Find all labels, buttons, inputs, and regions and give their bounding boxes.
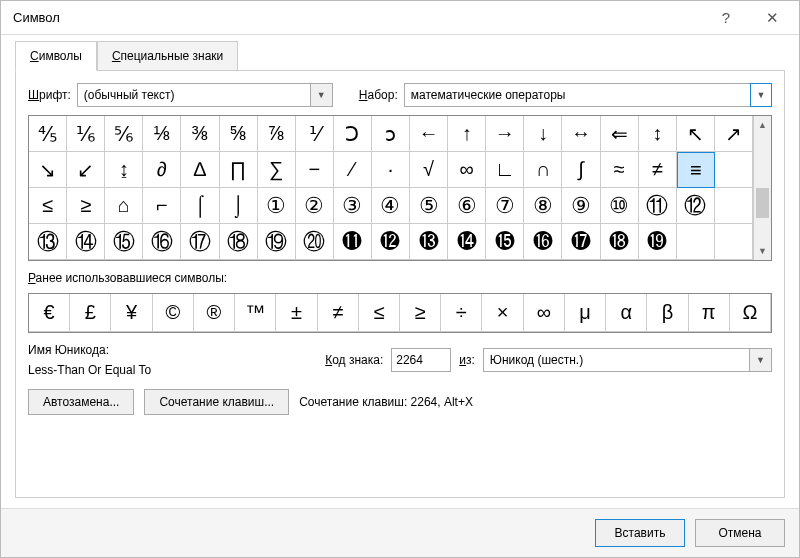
- symbol-cell[interactable]: ≥: [67, 188, 105, 224]
- symbol-cell[interactable]: √: [410, 152, 448, 188]
- symbol-cell[interactable]: ⓮: [448, 224, 486, 260]
- insert-button[interactable]: Вставить: [595, 519, 685, 547]
- symbol-cell[interactable]: ⓲: [601, 224, 639, 260]
- symbol-cell[interactable]: ⓳: [639, 224, 677, 260]
- symbol-cell[interactable]: ≡: [677, 152, 715, 188]
- symbol-cell[interactable]: ↄ: [372, 116, 410, 152]
- symbol-cell[interactable]: ⑦: [486, 188, 524, 224]
- character-code-input[interactable]: [391, 348, 451, 372]
- symbol-cell[interactable]: ④: [372, 188, 410, 224]
- symbol-cell[interactable]: ≈: [601, 152, 639, 188]
- autocorrect-button[interactable]: Автозамена...: [28, 389, 134, 415]
- symbol-cell[interactable]: ∙: [372, 152, 410, 188]
- symbol-cell[interactable]: ⅚: [105, 116, 143, 152]
- recent-symbol-cell[interactable]: £: [70, 294, 111, 332]
- recent-symbol-cell[interactable]: π: [689, 294, 730, 332]
- symbol-cell[interactable]: ⑩: [601, 188, 639, 224]
- symbol-cell[interactable]: ⑳: [296, 224, 334, 260]
- chevron-down-icon[interactable]: ▼: [749, 349, 771, 371]
- recent-symbol-cell[interactable]: ©: [153, 294, 194, 332]
- symbol-cell[interactable]: ⌡: [220, 188, 258, 224]
- shortcut-key-button[interactable]: Сочетание клавиш...: [144, 389, 289, 415]
- recent-symbol-cell[interactable]: α: [606, 294, 647, 332]
- recent-symbol-cell[interactable]: ≤: [359, 294, 400, 332]
- symbol-cell[interactable]: ⑬: [29, 224, 67, 260]
- symbol-cell[interactable]: ≤: [29, 188, 67, 224]
- symbol-cell[interactable]: ⑫: [677, 188, 715, 224]
- from-select[interactable]: ▼: [483, 348, 772, 372]
- symbol-cell[interactable]: ⅜: [181, 116, 219, 152]
- symbol-cell[interactable]: ⅟: [296, 116, 334, 152]
- chevron-down-icon[interactable]: ▼: [750, 83, 772, 107]
- recent-symbol-cell[interactable]: €: [29, 294, 70, 332]
- subset-select[interactable]: ▼: [404, 83, 772, 107]
- symbol-cell[interactable]: ②: [296, 188, 334, 224]
- tab-special-chars[interactable]: Специальные знаки: [97, 41, 238, 71]
- symbol-cell[interactable]: ⅙: [67, 116, 105, 152]
- recent-symbol-cell[interactable]: ∞: [524, 294, 565, 332]
- symbol-cell[interactable]: ∕: [334, 152, 372, 188]
- symbol-cell[interactable]: ⇐: [601, 116, 639, 152]
- recent-symbol-cell[interactable]: ÷: [441, 294, 482, 332]
- cancel-button[interactable]: Отмена: [695, 519, 785, 547]
- symbol-cell[interactable]: [677, 224, 715, 260]
- symbol-cell[interactable]: ∫: [562, 152, 600, 188]
- symbol-cell[interactable]: ↙: [67, 152, 105, 188]
- symbol-cell[interactable]: ③: [334, 188, 372, 224]
- symbol-cell[interactable]: ↖: [677, 116, 715, 152]
- symbol-cell[interactable]: ⓫: [334, 224, 372, 260]
- symbol-cell[interactable]: Ↄ: [334, 116, 372, 152]
- symbol-cell[interactable]: ↕: [639, 116, 677, 152]
- symbol-cell[interactable]: ⓬: [372, 224, 410, 260]
- symbol-cell[interactable]: ⅛: [143, 116, 181, 152]
- symbol-cell[interactable]: ↨: [105, 152, 143, 188]
- symbol-cell[interactable]: ⓱: [562, 224, 600, 260]
- symbol-cell[interactable]: ∞: [448, 152, 486, 188]
- symbol-cell[interactable]: ⓭: [410, 224, 448, 260]
- scroll-down-icon[interactable]: ▼: [754, 242, 771, 260]
- symbol-cell[interactable]: −: [296, 152, 334, 188]
- symbol-cell[interactable]: ∏: [220, 152, 258, 188]
- scroll-track[interactable]: [754, 134, 771, 242]
- symbol-cell[interactable]: ⑭: [67, 224, 105, 260]
- font-select[interactable]: ▼: [77, 83, 333, 107]
- grid-scrollbar[interactable]: ▲ ▼: [753, 116, 771, 260]
- recent-symbol-cell[interactable]: ®: [194, 294, 235, 332]
- tab-symbols[interactable]: Символы: [15, 41, 97, 71]
- recent-symbol-cell[interactable]: Ω: [730, 294, 771, 332]
- symbol-cell[interactable]: ⑧: [524, 188, 562, 224]
- recent-symbol-cell[interactable]: ≥: [400, 294, 441, 332]
- recent-symbol-cell[interactable]: ¥: [111, 294, 152, 332]
- symbol-cell[interactable]: ∆: [181, 152, 219, 188]
- symbol-cell[interactable]: ⑰: [181, 224, 219, 260]
- symbol-cell[interactable]: ↔: [562, 116, 600, 152]
- symbol-cell[interactable]: ⑱: [220, 224, 258, 260]
- recent-symbol-cell[interactable]: ≠: [318, 294, 359, 332]
- symbol-cell[interactable]: ↗: [715, 116, 753, 152]
- symbol-cell[interactable]: ⑥: [448, 188, 486, 224]
- symbol-cell[interactable]: ⅞: [258, 116, 296, 152]
- scroll-thumb[interactable]: [756, 188, 769, 218]
- scroll-up-icon[interactable]: ▲: [754, 116, 771, 134]
- symbol-cell[interactable]: ⑯: [143, 224, 181, 260]
- symbol-cell[interactable]: ⅝: [220, 116, 258, 152]
- symbol-cell[interactable]: ∩: [524, 152, 562, 188]
- symbol-cell[interactable]: ↘: [29, 152, 67, 188]
- chevron-down-icon[interactable]: ▼: [310, 84, 332, 106]
- close-button[interactable]: ✕: [749, 1, 795, 35]
- symbol-cell[interactable]: ≠: [639, 152, 677, 188]
- from-input[interactable]: [483, 348, 772, 372]
- recent-symbol-cell[interactable]: ×: [482, 294, 523, 332]
- subset-input[interactable]: [404, 83, 772, 107]
- symbol-cell[interactable]: ⑮: [105, 224, 143, 260]
- recent-symbol-cell[interactable]: β: [647, 294, 688, 332]
- symbol-cell[interactable]: ⑨: [562, 188, 600, 224]
- symbol-cell[interactable]: ⌠: [181, 188, 219, 224]
- symbol-cell[interactable]: ←: [410, 116, 448, 152]
- recent-symbol-cell[interactable]: ™: [235, 294, 276, 332]
- symbol-cell[interactable]: ⌂: [105, 188, 143, 224]
- help-button[interactable]: ?: [703, 1, 749, 35]
- recent-symbol-cell[interactable]: ±: [276, 294, 317, 332]
- symbol-cell[interactable]: ⅘: [29, 116, 67, 152]
- font-input[interactable]: [77, 83, 333, 107]
